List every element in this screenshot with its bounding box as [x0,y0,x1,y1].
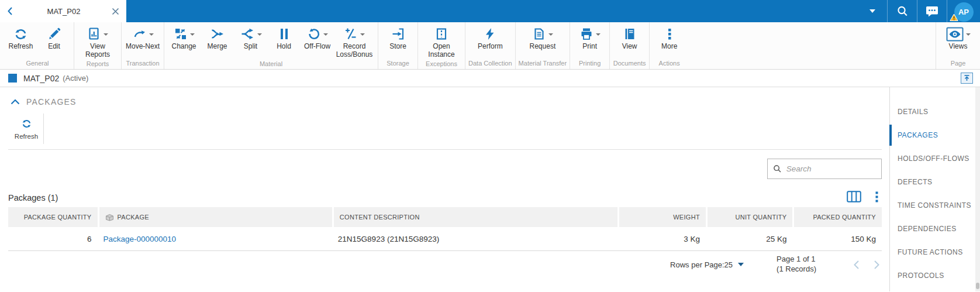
tab-close-button[interactable] [108,4,123,19]
topbar-dropdown-button[interactable] [858,0,887,22]
request-button[interactable]: Request [526,22,559,52]
button-label: Change [171,43,196,51]
next-page-button[interactable] [874,260,881,270]
open-instance-button[interactable]: Open Instance [421,22,462,60]
ribbon-group-page: Views Page [936,22,980,69]
ribbon-group-label: Storage [387,60,409,69]
vertical-scrollbar[interactable] [975,87,980,291]
sidebar-item-details[interactable]: DETAILS [890,100,975,123]
button-label: Record Loss/Bonus [335,43,374,59]
column-header-content-description[interactable]: CONTENT DESCRIPTION [332,207,618,227]
sidebar-item-holds-off-flows[interactable]: HOLDS/OFF-FLOWS [890,147,975,170]
previous-page-button[interactable] [853,260,860,270]
button-label: View [622,43,637,51]
store-button[interactable]: Store [381,22,415,52]
dropdown-caret-icon [548,33,553,36]
view-reports-button[interactable]: View Reports [77,22,118,60]
perform-button[interactable]: Perform [474,22,507,52]
global-search-button[interactable] [888,0,917,22]
ribbon-group-label: Exceptions [426,60,457,70]
sidebar-item-dependencies[interactable]: DEPENDENCIES [890,217,975,241]
perform-icon [483,27,497,41]
button-label: Request [530,43,556,51]
column-header-unit-quantity[interactable]: UNIT QUANTITY [706,207,792,227]
chevron-down-icon [738,263,744,266]
record-loss-bonus-icon [344,27,358,41]
print-button[interactable]: Print [573,22,606,52]
button-label: More [661,43,677,51]
cell-package-quantity: 6 [8,227,98,251]
section-title: PACKAGES [26,97,77,107]
packages-table: PACKAGE QUANTITY PACKAGE CONTENT DESCRIP… [8,207,882,251]
record-loss-bonus-button[interactable]: Record Loss/Bonus [334,22,375,60]
chevron-up-icon[interactable] [11,99,20,105]
button-label: Print [582,43,597,51]
avatar-initials: AP [958,8,969,16]
column-header-packed-quantity[interactable]: PACKED QUANTITY [792,207,882,227]
kebab-icon [875,191,878,202]
print-icon [579,27,593,41]
dropdown-caret-icon [103,33,108,36]
button-label: Perform [478,43,503,51]
column-chooser-button[interactable] [847,191,861,202]
user-menu[interactable]: AP [947,0,980,22]
toolbar-separator [43,114,44,144]
ribbon-group-material-transfer: Request Material Transfer [516,22,571,69]
record-count-text: (1 Records) [777,264,816,274]
sidebar-item-future-actions[interactable]: FUTURE ACTIONS [890,241,975,264]
view-button[interactable]: View [613,22,646,52]
refresh-icon [21,118,32,129]
cell-weight: 3 Kg [617,227,706,251]
back-button[interactable] [0,0,20,22]
column-header-package[interactable]: PACKAGE [98,207,332,227]
ribbon-group-reports: View Reports Reports [74,22,122,69]
rows-per-page-select[interactable]: Rows per Page:25 [670,260,744,269]
split-button[interactable]: Split [234,22,267,52]
sidebar-item-time-constraints[interactable]: TIME CONSTRAINTS [890,194,975,217]
list-more-button[interactable] [875,191,878,202]
ribbon-group-general: Refresh Edit General [1,22,74,69]
button-label: Refresh [8,43,33,51]
section-toolbar: Refresh [12,114,889,144]
report-icon [87,27,101,41]
merge-button[interactable]: Merge [201,22,234,52]
off-flow-button[interactable]: Off-Flow [301,22,334,52]
change-button[interactable]: Change [167,22,201,52]
section-refresh-button[interactable]: Refresh [12,114,41,144]
button-label: Split [244,43,257,51]
column-header-weight[interactable]: WEIGHT [617,207,706,227]
close-icon [112,8,119,15]
ribbon-group-data-collection: Perform Data Collection [465,22,516,69]
status-badge: (Active) [63,74,88,83]
messages-button[interactable] [917,0,947,22]
sidebar-item-defects[interactable]: DEFECTS [890,170,975,194]
list-tools [847,191,882,202]
package-link[interactable]: Package-000000010 [103,235,177,243]
tab-mat-p02[interactable]: MAT_P02 [20,0,126,22]
search-icon [896,5,909,18]
divider [8,149,882,150]
scrollbar-thumb[interactable] [976,283,979,289]
status-bar: MAT_P02 (Active) [0,70,980,87]
ribbon-group-documents: View Documents [610,22,650,69]
sidebar-item-packages[interactable]: PACKAGES [890,123,975,147]
move-next-button[interactable]: Move-Next [125,22,161,52]
hold-button[interactable]: Hold [267,22,301,52]
more-button[interactable]: More [653,22,686,52]
split-icon [240,27,255,41]
cell-unit-quantity: 25 Kg [706,227,792,251]
status-color-square [8,74,17,83]
collapse-panel-button[interactable] [961,73,973,84]
pagination-bar: Rows per Page:25 Page 1 of 1 (1 Records) [8,251,882,278]
search-icon [773,164,782,174]
views-button[interactable]: Views [941,22,975,52]
edit-button[interactable]: Edit [37,22,71,52]
column-header-package-quantity[interactable]: PACKAGE QUANTITY [8,207,98,227]
refresh-button[interactable]: Refresh [4,22,37,52]
dropdown-caret-icon [966,33,971,36]
search-box [767,159,882,179]
button-label: Views [949,43,968,51]
ribbon-group-transaction: Move-Next Transaction [122,22,164,69]
sidebar-item-protocols[interactable]: PROTOCOLS [890,264,975,287]
search-input[interactable] [786,164,876,173]
